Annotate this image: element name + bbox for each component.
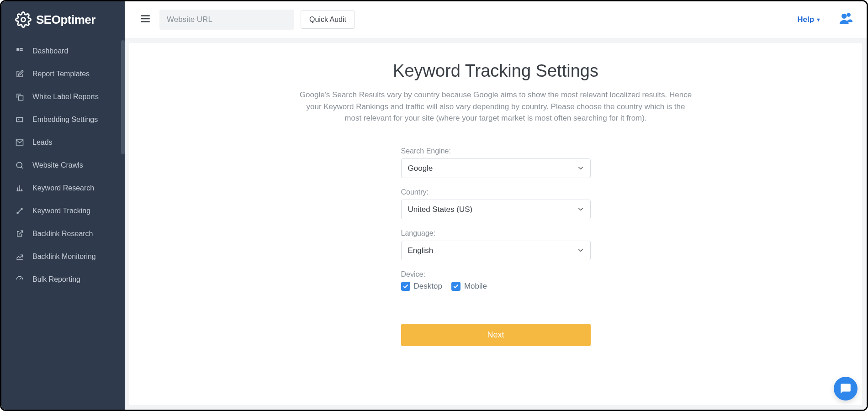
settings-form: Search Engine: Google Country: United St… [401, 147, 591, 346]
sidebar-item-label: Bulk Reporting [32, 275, 80, 284]
svg-rect-5 [16, 118, 23, 122]
search-engine-label: Search Engine: [401, 147, 591, 155]
country-select[interactable]: United States (US) [401, 200, 591, 219]
desktop-checkbox-item: Desktop [401, 282, 442, 291]
quick-audit-button[interactable]: Quick Audit [301, 11, 355, 29]
help-link[interactable]: Help ▼ [797, 15, 821, 24]
sidebar-item-label: Website Crawls [32, 161, 83, 169]
website-url-input[interactable] [159, 10, 294, 30]
sidebar-item-label: Leads [32, 138, 53, 147]
help-label: Help [797, 15, 814, 24]
embed-icon [15, 115, 24, 124]
svg-line-19 [20, 278, 21, 279]
device-group: Device: Desktop [401, 270, 591, 291]
sidebar-item-embedding[interactable]: Embedding Settings [1, 108, 125, 131]
check-icon [453, 283, 459, 290]
menu-toggle-button[interactable] [138, 11, 153, 28]
main: Quick Audit Help ▼ Keyword Tracking Sett… [125, 1, 867, 410]
search-engine-group: Search Engine: Google [401, 147, 591, 178]
chat-widget-button[interactable] [834, 377, 857, 400]
brand-name: SEOptimer [36, 13, 95, 27]
svg-rect-2 [20, 48, 23, 49]
svg-rect-1 [16, 48, 19, 51]
sidebar-item-report-templates[interactable]: Report Templates [1, 63, 125, 85]
svg-point-8 [16, 162, 22, 168]
language-label: Language: [401, 229, 591, 237]
page-description: Google's Search Results vary by country … [297, 89, 694, 124]
search-engine-select[interactable]: Google [401, 158, 591, 178]
sidebar-item-crawls[interactable]: Website Crawls [1, 154, 125, 177]
bar-chart-icon [15, 184, 24, 193]
chat-icon [840, 383, 852, 395]
language-select[interactable]: English [401, 241, 591, 260]
sidebar-item-dashboard[interactable]: Dashboard [1, 40, 125, 63]
chevron-down-icon: ▼ [816, 17, 821, 22]
desktop-checkbox[interactable] [401, 282, 410, 291]
svg-point-23 [842, 14, 847, 19]
check-icon [402, 283, 409, 290]
sidebar-item-label: Backlink Monitoring [32, 253, 96, 261]
sidebar-item-label: Keyword Tracking [32, 207, 90, 215]
external-link-icon [15, 229, 24, 238]
topbar: Quick Audit Help ▼ [125, 1, 867, 38]
sidebar-item-keyword-research[interactable]: Keyword Research [1, 177, 125, 200]
sidebar-item-label: Report Templates [32, 70, 90, 78]
sidebar-item-bulk-reporting[interactable]: Bulk Reporting [1, 268, 125, 291]
svg-line-9 [21, 167, 22, 168]
user-menu-button[interactable] [838, 11, 854, 28]
mail-icon [15, 138, 24, 147]
users-icon [838, 11, 854, 26]
hamburger-icon [139, 13, 151, 25]
next-button[interactable]: Next [401, 324, 591, 346]
mobile-checkbox-item: Mobile [451, 282, 487, 291]
svg-point-15 [21, 208, 22, 210]
sidebar-scrollbar[interactable] [121, 40, 125, 154]
trending-icon [15, 252, 24, 261]
svg-point-24 [847, 13, 851, 17]
sidebar-item-label: Keyword Research [32, 184, 94, 192]
sidebar-nav: Dashboard Report Templates White Label R… [1, 40, 125, 291]
settings-card: Keyword Tracking Settings Google's Searc… [129, 43, 862, 405]
sidebar-item-label: Backlink Research [32, 230, 93, 238]
mobile-checkbox[interactable] [451, 282, 460, 291]
gear-icon [15, 11, 32, 28]
sidebar-item-leads[interactable]: Leads [1, 131, 125, 154]
gauge-icon [15, 275, 24, 284]
svg-rect-3 [20, 50, 23, 51]
svg-point-0 [21, 18, 26, 22]
sidebar-item-label: Dashboard [32, 47, 68, 55]
language-group: Language: English [401, 229, 591, 260]
copy-icon [15, 92, 24, 101]
edit-icon [15, 69, 24, 79]
sidebar-item-label: Embedding Settings [32, 116, 98, 124]
svg-line-17 [19, 231, 23, 234]
device-label: Device: [401, 270, 591, 279]
dashboard-icon [15, 47, 24, 56]
brand-logo[interactable]: SEOptimer [1, 1, 125, 40]
search-icon [15, 161, 24, 170]
sidebar-item-label: White Label Reports [32, 93, 99, 101]
svg-line-16 [18, 210, 21, 213]
svg-rect-4 [19, 96, 23, 100]
mobile-label: Mobile [464, 282, 487, 291]
sidebar-item-keyword-tracking[interactable]: Keyword Tracking [1, 200, 125, 222]
desktop-label: Desktop [414, 282, 442, 291]
tracking-icon [15, 206, 24, 216]
sidebar-item-backlink-monitoring[interactable]: Backlink Monitoring [1, 245, 125, 268]
country-label: Country: [401, 188, 591, 196]
sidebar-item-white-label[interactable]: White Label Reports [1, 85, 125, 108]
sidebar: SEOptimer Dashboard Report Templates Whi… [1, 1, 125, 410]
content-area: Keyword Tracking Settings Google's Searc… [125, 38, 867, 410]
sidebar-item-backlink-research[interactable]: Backlink Research [1, 222, 125, 245]
page-title: Keyword Tracking Settings [143, 61, 848, 81]
svg-point-14 [17, 212, 18, 214]
country-group: Country: United States (US) [401, 188, 591, 219]
